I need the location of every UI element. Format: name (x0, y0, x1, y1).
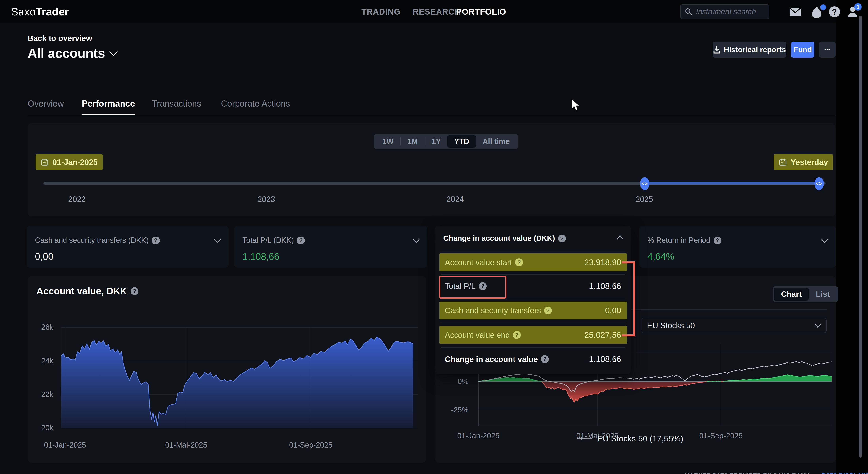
account-value-plot[interactable]: 26k24k22k20k01-Jan-202501-Mai-202501-Sep… (56, 321, 420, 435)
help-tooltip-icon[interactable]: ? (515, 258, 523, 266)
x-axis-tick: 01-Mai-2025 (153, 441, 220, 449)
nav-item-portfolio[interactable]: PORTFOLIO (456, 7, 506, 17)
year-label: 2022 (57, 195, 97, 204)
toggle-list[interactable]: List (809, 288, 837, 301)
historical-reports-button[interactable]: Historical reports (713, 42, 786, 58)
expand-chevron-icon[interactable] (822, 236, 828, 243)
breakdown-row-account-value-start: Account value start? 23.918,90 (439, 253, 627, 271)
expand-chevron-icon[interactable] (413, 236, 420, 243)
row-value: 25.027,56 (584, 330, 621, 340)
card-title: Cash and security transfers (DKK) (35, 236, 149, 245)
app-window: SaxoTrader TRADING RESEARCH PORTFOLIO ? … (0, 0, 836, 474)
row-label: Account value end (445, 330, 510, 340)
x-axis-tick: 01-Sep-2025 (277, 441, 344, 449)
annotation-bracket-vertical (633, 261, 635, 336)
range-selector: 1W 1M 1Y YTD All time (374, 134, 518, 149)
timeline-handle-end[interactable]: <> (814, 177, 824, 190)
account-selector-label: All accounts (28, 46, 105, 61)
mail-icon[interactable] (789, 7, 801, 16)
help-tooltip-icon[interactable]: ? (714, 236, 721, 244)
range-1w[interactable]: 1W (376, 135, 400, 148)
card-value: 0,00 (35, 251, 53, 262)
y-axis-tick: -25% (448, 406, 468, 414)
x-axis-tick: 01-Jan-2025 (32, 441, 99, 449)
benchmark-dropdown[interactable]: EU Stocks 50 (641, 318, 827, 333)
logo-bold: Trader (36, 6, 69, 18)
year-label: 2025 (625, 195, 664, 204)
back-to-overview-link[interactable]: Back to overview (28, 34, 92, 43)
y-axis-tick: 22k (33, 390, 53, 399)
breakdown-row-change-total: Change in account value? 1.108,66 (435, 350, 631, 368)
nav-item-research[interactable]: RESEARCH (413, 7, 461, 17)
divider (441, 347, 625, 348)
range-1y[interactable]: 1Y (425, 135, 447, 148)
divider (441, 274, 625, 275)
chevron-down-icon (814, 321, 821, 328)
row-label: Cash and security transfers (445, 306, 541, 315)
range-1m[interactable]: 1M (401, 135, 425, 148)
calendar-icon (779, 158, 787, 166)
tab-performance[interactable]: Performance (82, 99, 135, 115)
help-tooltip-icon[interactable]: ? (544, 307, 552, 314)
card-title: Change in account value (DKK) (443, 234, 555, 243)
card-return-period: % Return in Period? 4,64% (639, 226, 836, 268)
tab-corporate-actions[interactable]: Corporate Actions (221, 99, 290, 114)
instrument-search[interactable] (680, 4, 769, 19)
chevron-down-icon (109, 48, 118, 56)
help-icon[interactable]: ? (829, 6, 840, 18)
card-value: 4,64% (647, 251, 674, 262)
nav-item-trading[interactable]: TRADING (362, 7, 400, 17)
help-tooltip-icon[interactable]: ? (131, 287, 138, 295)
help-tooltip-icon[interactable]: ? (558, 234, 566, 243)
profile-badge: 1 (854, 3, 862, 11)
end-date-label: Yesterday (791, 158, 828, 167)
breakdown-row-account-value-end: Account value end? 25.027,56 (439, 326, 627, 344)
data-disclaimer-link[interactable]: DATA DISCLAIMER (822, 472, 868, 474)
range-alltime[interactable]: All time (476, 135, 516, 148)
end-date-chip[interactable]: Yesterday (774, 154, 833, 170)
tab-overview[interactable]: Overview (28, 99, 64, 114)
start-date-label: 01-Jan-2025 (53, 158, 98, 167)
year-label: 2023 (247, 195, 286, 204)
expand-chevron-icon[interactable] (214, 236, 221, 243)
help-tooltip-icon[interactable]: ? (297, 236, 305, 244)
section-tabs: Overview Performance Transactions Corpor… (28, 99, 835, 116)
download-icon (713, 45, 721, 54)
year-label: 2024 (435, 195, 475, 204)
card-change-in-account-value: Change in account value (DKK)? Account v… (435, 226, 631, 374)
y-axis-tick: 24k (33, 357, 53, 365)
y-axis-tick: 20k (33, 424, 53, 432)
account-selector[interactable]: All accounts (28, 46, 117, 61)
account-value-area-chart (56, 321, 420, 435)
collapse-chevron-icon[interactable] (617, 235, 623, 242)
data-provider-text: MARKET DATA PROVIDED BY SAXO BANK (685, 472, 810, 474)
search-input[interactable] (695, 7, 764, 16)
toggle-chart[interactable]: Chart (774, 288, 809, 301)
help-tooltip-icon[interactable]: ? (152, 236, 160, 244)
annotation-red-box (439, 276, 506, 298)
app-logo[interactable]: SaxoTrader (11, 5, 69, 18)
y-axis-tick: 0% (448, 377, 468, 386)
help-tooltip-icon[interactable]: ? (513, 331, 521, 339)
help-tooltip-icon[interactable]: ? (541, 355, 549, 363)
tab-transactions[interactable]: Transactions (152, 99, 201, 114)
annotation-bracket-bottom (622, 334, 635, 336)
period-panel: 1W 1M 1Y YTD All time 01-Jan-2025 Yester… (28, 123, 835, 216)
x-axis-tick: 01-Sep-2025 (687, 432, 754, 440)
row-value: 0,00 (605, 306, 621, 315)
footer: MARKET DATA PROVIDED BY SAXO BANK DATA D… (685, 472, 868, 474)
row-value: 23.918,90 (584, 258, 621, 267)
legend-line-marker (577, 436, 593, 441)
benchmark-dropdown-value: EU Stocks 50 (647, 321, 695, 330)
divider (441, 252, 625, 252)
timeline-selected-range[interactable] (645, 182, 819, 185)
card-total-pl: Total P/L (DKK)? 1.108,66 (234, 226, 427, 268)
vertical-scrollbar[interactable] (859, 16, 862, 457)
more-actions-button[interactable]: ••• (819, 42, 836, 58)
range-ytd[interactable]: YTD (447, 135, 476, 148)
chart-list-toggle: Chart List (773, 286, 838, 302)
timeline-handle-start[interactable]: <> (640, 177, 649, 190)
fund-button[interactable]: Fund (791, 42, 814, 58)
updates-notification-dot (820, 4, 826, 10)
start-date-chip[interactable]: 01-Jan-2025 (35, 154, 103, 170)
